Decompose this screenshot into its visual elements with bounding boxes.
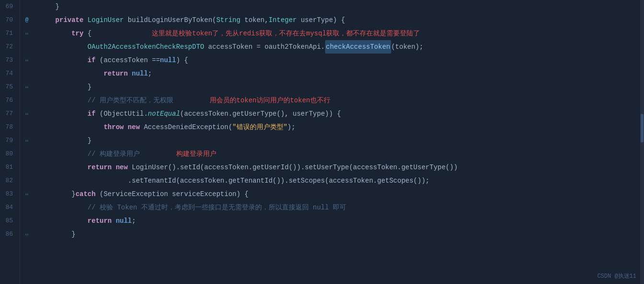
code-line-73: if (accessToken == null ) {: [37, 54, 640, 67]
line-num-70: 70: [0, 13, 16, 27]
gutter-76: [20, 94, 34, 107]
gutter-74: [20, 67, 34, 80]
code-line-69: }: [37, 0, 640, 13]
line-num-76: 76: [0, 94, 16, 107]
gutter-71[interactable]: ▭: [20, 27, 34, 40]
code-line-71: try { 这里就是校验token了，先从redis获取，不存在去mysql获取…: [37, 27, 640, 40]
code-line-70: private LoginUser buildLoginUserByToken(…: [37, 13, 640, 27]
line-num-74: 74: [0, 67, 16, 80]
gutter-80: [20, 147, 34, 161]
code-area: } private LoginUser buildLoginUserByToke…: [34, 0, 640, 284]
line-num-69: 69: [0, 0, 16, 13]
gutter-69: [20, 0, 34, 13]
line-num-72: 72: [0, 40, 16, 54]
line-num-84: 84: [0, 201, 16, 214]
gutter-78: [20, 120, 34, 134]
gutter-75[interactable]: ▭: [20, 80, 34, 94]
gutter-77[interactable]: ▭: [20, 107, 34, 120]
gutter-83[interactable]: ▭: [20, 187, 34, 201]
line-num-82: 82: [0, 174, 16, 187]
code-line-79: }: [37, 134, 640, 147]
code-line-80: // 构建登录用户 构建登录用户: [37, 147, 640, 161]
line-numbers: 69 70 71 72 73 74 75 76 77 78 79 80 81 8…: [0, 0, 20, 284]
gutter-79[interactable]: ▭: [20, 134, 34, 147]
gutter-81: [20, 161, 34, 174]
code-line-83: } catch (ServiceException serviceExcepti…: [37, 187, 640, 201]
code-line-74: return null ;: [37, 67, 640, 80]
line-num-85: 85: [0, 214, 16, 228]
code-line-85: return null ;: [37, 214, 640, 228]
gutter-85: [20, 214, 34, 228]
line-num-77: 77: [0, 107, 16, 120]
gutter-86[interactable]: ▭: [20, 228, 34, 241]
gutter-72: [20, 40, 34, 54]
line-num-75: 75: [0, 80, 16, 94]
code-line-77: if (ObjectUtil. notEqual (accessToken.ge…: [37, 107, 640, 120]
line-num-83: 83: [0, 187, 16, 201]
line-num-86: 86: [0, 228, 16, 241]
scrollbar-thumb[interactable]: [641, 114, 644, 142]
line-num-78: 78: [0, 120, 16, 134]
line-num-71: 71: [0, 27, 16, 40]
gutter-82: [20, 174, 34, 187]
line-num-81: 81: [0, 161, 16, 174]
gutter: @ ▭ ▭ ▭ ▭ ▭ ▭ ▭: [20, 0, 34, 284]
gutter-73[interactable]: ▭: [20, 54, 34, 67]
gutter-84: [20, 201, 34, 214]
code-line-76: // 用户类型不匹配，无权限 用会员的token访问用户的token也不行: [37, 94, 640, 107]
code-line-78: throw new AccessDeniedException( "错误的用户类…: [37, 120, 640, 134]
gutter-70: @: [20, 13, 34, 27]
code-editor: 69 70 71 72 73 74 75 76 77 78 79 80 81 8…: [0, 0, 644, 284]
code-line-72: OAuth2AccessTokenCheckRespDTO accessToke…: [37, 40, 640, 54]
code-line-81: return new LoginUser().setId(accessToken…: [37, 161, 640, 174]
line-num-80: 80: [0, 147, 16, 161]
code-line-86: }: [37, 228, 640, 241]
line-num-73: 73: [0, 54, 16, 67]
code-line-82: .setTenantId(accessToken.getTenantId()).…: [37, 174, 640, 187]
code-line-84: // 校验 Token 不通过时，考虑到一些接口是无需登录的，所以直接返回 nu…: [37, 201, 640, 214]
vertical-scrollbar[interactable]: [640, 0, 644, 284]
watermark: CSDN @执迷11: [597, 272, 636, 280]
line-num-79: 79: [0, 134, 16, 147]
code-line-75: }: [37, 80, 640, 94]
